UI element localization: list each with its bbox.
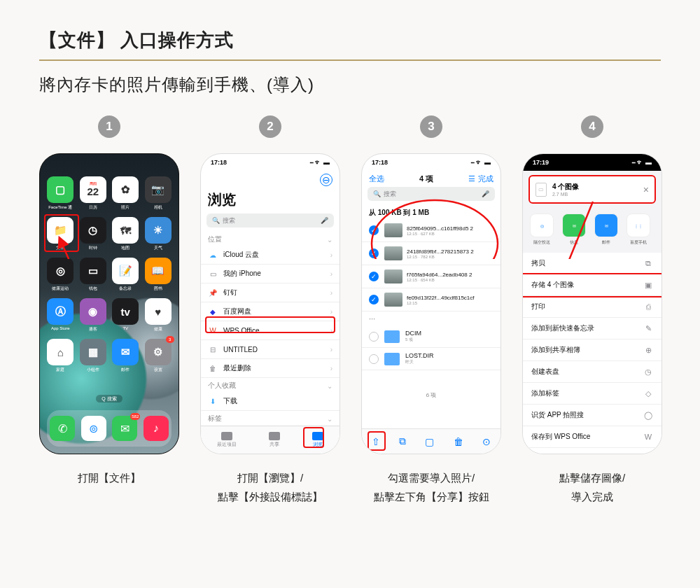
file-row[interactable]: ✓f765fa94d64...2eadb408 212:15 · 654 KB (362, 265, 500, 288)
step-2: 2 17:18 ⋯ ᯤ ▬ ⊖ 浏览 🔍 搜索🎤 位置⌄ ☁︎iCloud 云盘… (200, 115, 340, 506)
status-indicators: ⋯ ᯤ ▬ (632, 159, 652, 166)
app-设置[interactable]: ⚙3设置 (145, 339, 172, 372)
folder-row[interactable]: LOST.DIR昨天 (362, 348, 500, 370)
tab-recent[interactable]: 最近项目 (217, 432, 237, 448)
app-地图[interactable]: 🗺地图 (112, 217, 139, 251)
share-target-百度手机[interactable]: ⋮⋮百度手机 (626, 214, 650, 246)
close-icon[interactable]: × (643, 184, 649, 195)
thumbnail (384, 293, 402, 307)
row-iCloud 云盘[interactable]: ☁︎iCloud 云盘› (201, 246, 340, 265)
caption-3: 勾選需要導入照片/ 點擊左下角【分享】按鈕 (374, 468, 489, 506)
check-icon[interactable]: ✓ (369, 248, 379, 258)
action-添加到共享相簿[interactable]: 添加到共享相簿⊕ (523, 340, 662, 361)
app-照片[interactable]: ✿照片 (112, 176, 139, 210)
action-打印[interactable]: 打印⎙ (523, 296, 662, 318)
status-bar: 17:19 ⋯ ᯤ ▬ (523, 154, 662, 171)
app-小组件[interactable]: ▦小组件 (80, 339, 107, 372)
done-button[interactable]: ☰完成 (468, 174, 493, 184)
row-钉钉[interactable]: 📌钉钉› (201, 284, 340, 302)
action-识货 APP 拍照搜[interactable]: 识货 APP 拍照搜◯ (523, 405, 662, 426)
search-input[interactable]: 🔍 搜索🎤 (368, 187, 495, 201)
app-天气[interactable]: ☀天气 (145, 217, 172, 251)
more-menu-icon[interactable]: ⊖ (320, 174, 332, 186)
clock: 17:19 (533, 159, 549, 166)
action-存储 4 个图像[interactable]: 存储 4 个图像▣ (523, 274, 662, 296)
share-target-label: 隔空投送 (533, 239, 550, 246)
app-App Store[interactable]: ⒶApp Store (47, 298, 74, 332)
app-家庭[interactable]: ⌂家庭 (47, 339, 74, 372)
section-tags: 标签⌄ (201, 411, 340, 425)
action-添加到新快速备忘录[interactable]: 添加到新快速备忘录✎ (523, 318, 662, 340)
app-日历[interactable]: 周四22日历 (80, 176, 107, 210)
app-邮件[interactable]: ✉邮件 (112, 339, 139, 372)
action-创建表盘[interactable]: 创建表盘◷ (523, 361, 662, 383)
app-健康[interactable]: ♥健康 (145, 298, 172, 332)
app-钱包[interactable]: ▭钱包 (80, 258, 107, 291)
mic-icon[interactable]: 🎤 (482, 190, 489, 197)
app-FaceTime 通话[interactable]: ▢FaceTime 通话 (47, 176, 74, 210)
folder-name: DCIM (405, 330, 493, 337)
dock-safari[interactable]: ⊚ (81, 416, 106, 441)
row-我的 iPhone[interactable]: ▭我的 iPhone› (201, 265, 340, 284)
share-target-邮件[interactable]: ✉邮件 (594, 214, 618, 246)
app-时钟[interactable]: ◷时钟 (80, 217, 107, 251)
step-badge-1: 1 (98, 115, 120, 138)
select-all-button[interactable]: 全选 (369, 174, 384, 184)
check-icon[interactable]: ✓ (369, 225, 379, 235)
trash-icon[interactable]: 🗑 (454, 436, 463, 447)
app-健康运动[interactable]: ◎健康运动 (47, 258, 74, 291)
action-label: 识货 APP 拍照搜 (531, 410, 584, 420)
app-备忘录[interactable]: 📝备忘录 (112, 258, 139, 291)
more-icon[interactable]: ··· (362, 312, 500, 326)
check-icon[interactable]: ✓ (369, 295, 379, 304)
action-发送到电脑 WPS[interactable]: 发送到电脑 WPS⇪ (523, 448, 662, 454)
location-icon: ☁︎ (208, 250, 218, 260)
app-播客[interactable]: ◉播客 (80, 298, 107, 332)
app-图书[interactable]: 📖图书 (145, 258, 172, 291)
action-拷贝[interactable]: 拷贝⧉ (523, 253, 662, 274)
share-icon[interactable]: ⇧ (372, 436, 380, 447)
file-row[interactable]: ✓fe09d13f22f...49cdf815c1cf12:15 (362, 288, 500, 312)
page-title: 【文件】 入口操作方式 (39, 28, 661, 52)
action-label: 发送到电脑 WPS (531, 454, 584, 454)
move-icon[interactable]: ▢ (425, 436, 434, 447)
search-pill[interactable]: Q 搜索 (96, 395, 122, 402)
tab-browse[interactable]: 浏览 (312, 432, 323, 448)
app-相机[interactable]: 📷相机 (145, 176, 172, 210)
app-TV[interactable]: tvTV (112, 298, 139, 332)
row-WPS Office[interactable]: WWPS Office› (201, 321, 340, 340)
chevron-icon: › (330, 270, 332, 278)
folder-row[interactable]: DCIM5 项 (362, 326, 500, 348)
row-downloads[interactable]: ⬇︎ 下载 (201, 392, 340, 411)
app-文件[interactable]: 📁文件 (47, 217, 74, 251)
badge-count: 3 (166, 336, 174, 343)
duplicate-icon[interactable]: ⧉ (399, 435, 406, 447)
more-icon[interactable]: ⊙ (482, 436, 491, 447)
item-count: 6 项 (362, 391, 500, 399)
check-icon[interactable]: ✓ (369, 272, 379, 281)
unchecked-icon[interactable] (369, 354, 379, 364)
row-百度网盘[interactable]: ◆百度网盘› (201, 302, 340, 321)
tab-shared[interactable]: 共享 (269, 432, 280, 448)
search-placeholder: 搜索 (223, 216, 235, 225)
share-target-信息[interactable]: ✉信息 (562, 214, 586, 246)
divider (39, 59, 661, 61)
row-最近删除[interactable]: 🗑最近删除› (201, 359, 340, 378)
mic-icon[interactable]: 🎤 (321, 217, 328, 224)
dock-phone[interactable]: ✆ (50, 416, 75, 441)
dock-music[interactable]: ♪ (144, 416, 169, 441)
row-UNTITLED[interactable]: ⊟UNTITLED› (201, 340, 340, 359)
share-target-隔空投送[interactable]: ◎隔空投送 (530, 214, 554, 246)
location-icon: W (208, 326, 218, 335)
file-row[interactable]: ✓825f649095...c161ff98d5 212:15 · 627 KB (362, 219, 500, 242)
action-icon: ▣ (643, 280, 653, 290)
share-target-icon: ◎ (530, 214, 554, 237)
dock-messages[interactable]: ✉582 (112, 416, 137, 441)
action-label: 添加到共享相簿 (531, 345, 580, 355)
share-title: 4 个图像 (552, 182, 643, 192)
action-添加标签[interactable]: 添加标签◇ (523, 383, 662, 405)
action-保存到 WPS Office[interactable]: 保存到 WPS OfficeW (523, 426, 662, 448)
unchecked-icon[interactable] (369, 332, 379, 342)
search-input[interactable]: 🔍 搜索🎤 (206, 214, 334, 227)
file-row[interactable]: ✓2418fd89fbf...278215873 212:15 · 782 KB (362, 242, 500, 265)
